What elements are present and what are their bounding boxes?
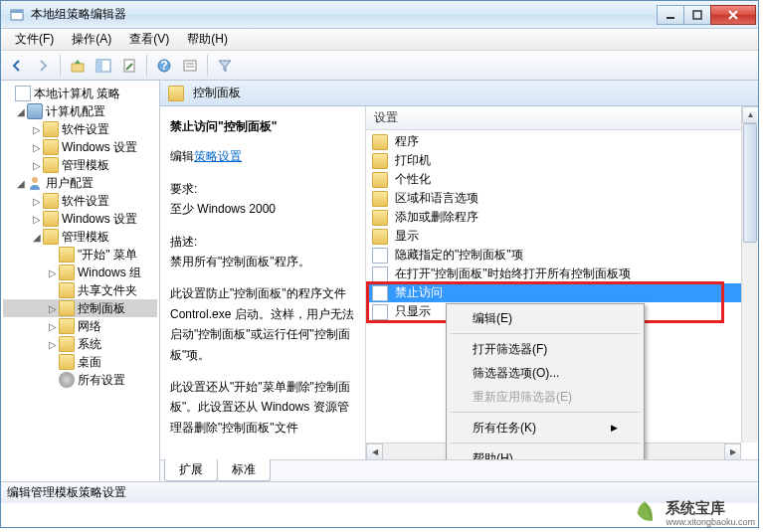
list-item-addremove[interactable]: 添加或删除程序 [366,208,758,227]
scroll-thumb[interactable] [743,123,757,243]
back-button[interactable] [5,54,29,78]
list-item-programs[interactable]: 程序 [366,132,758,151]
tree-comp-windows[interactable]: ▷Windows 设置 [3,138,157,156]
cm-filter-on[interactable]: 打开筛选器(F) [449,337,642,361]
toolbar-separator [146,55,147,77]
folder-icon [43,139,59,155]
folder-icon [59,318,75,334]
tree-user-windows[interactable]: ▷Windows 设置 [3,210,157,228]
desc-label: 描述: [170,235,197,249]
policy-item-icon [372,266,388,282]
list-item-display[interactable]: 显示 [366,227,758,246]
up-button[interactable] [66,54,90,78]
help-button[interactable]: ? [152,54,176,78]
policy-item-icon [372,248,388,264]
filter-button[interactable] [213,54,237,78]
export-button[interactable] [117,54,141,78]
folder-icon [372,134,388,150]
menu-file[interactable]: 文件(F) [7,29,62,50]
cm-help[interactable]: 帮助(H) [449,446,642,459]
computer-icon [27,103,43,119]
tree-pane[interactable]: 本地计算机 策略 ◢计算机配置 ▷软件设置 ▷Windows 设置 ▷管理模板 … [1,81,160,481]
tab-standard[interactable]: 标准 [217,459,271,481]
folder-icon [372,210,388,226]
folder-icon [372,191,388,207]
scroll-up-button[interactable]: ▲ [742,106,758,123]
folder-icon [59,336,75,352]
menu-view[interactable]: 查看(V) [121,29,177,50]
folder-icon [43,193,59,209]
cm-reapply: 重新应用筛选器(E) [449,385,642,409]
tree-network[interactable]: ▷网络 [3,317,157,335]
minimize-button[interactable] [657,5,684,25]
list-pane: 设置 程序 打印机 个性化 区域和语言选项 添加或删除程序 显示 隐藏指定的"控… [366,106,758,459]
policy-icon [15,86,31,101]
list-item-region[interactable]: 区域和语言选项 [366,189,758,208]
list-item-personalization[interactable]: 个性化 [366,170,758,189]
folder-icon [43,211,59,227]
leaf-icon [630,498,660,528]
tree-system[interactable]: ▷系统 [3,335,157,353]
svg-point-13 [32,177,38,183]
app-window: 本地组策略编辑器 文件(F) 操作(A) 查看(V) 帮助(H) ? 本地计算机… [0,0,759,528]
context-menu: 编辑(E) 打开筛选器(F) 筛选器选项(O)... 重新应用筛选器(E) 所有… [446,303,645,459]
svg-text:?: ? [160,59,167,73]
watermark-en: www.xitongbaoku.com [666,517,755,528]
folder-icon [372,153,388,169]
tree-comp-admin[interactable]: ▷管理模板 [3,156,157,174]
vertical-scrollbar[interactable]: ▲ [741,106,758,443]
cm-all-tasks[interactable]: 所有任务(K)▶ [449,416,642,440]
user-icon [27,175,43,191]
tree-root[interactable]: 本地计算机 策略 [3,85,157,102]
maximize-button[interactable] [683,5,711,25]
folder-icon [59,247,75,263]
tree-windows-comp[interactable]: ▷Windows 组 [3,264,157,281]
properties-button[interactable] [178,54,202,78]
cm-filter-opts[interactable]: 筛选器选项(O)... [449,361,642,385]
list-item-prohibit-access[interactable]: 禁止访问 [366,283,758,302]
folder-icon [43,157,59,173]
menu-action[interactable]: 操作(A) [64,29,119,50]
forward-button[interactable] [31,54,55,78]
folder-icon [372,172,388,188]
tree-user-software[interactable]: ▷软件设置 [3,192,157,210]
desc-p2: 此设置防止"控制面板"的程序文件 Control.exe 启动。这样，用户无法启… [170,283,355,365]
tree-all-settings[interactable]: 所有设置 [3,371,157,389]
list-header[interactable]: 设置 [366,106,758,130]
tree-comp-software[interactable]: ▷软件设置 [3,120,157,138]
tree-start-menu[interactable]: "开始" 菜单 [3,246,157,264]
close-button[interactable] [710,5,756,25]
toolbar-separator [207,55,208,77]
policy-item-icon [372,304,388,320]
breadcrumb-label: 控制面板 [193,85,241,101]
submenu-arrow-icon: ▶ [611,423,618,433]
scroll-right-button[interactable]: ▶ [724,443,741,459]
titlebar[interactable]: 本地组策略编辑器 [1,1,758,29]
list-item-open-all[interactable]: 在打开"控制面板"时始终打开所有控制面板项 [366,265,758,283]
folder-icon [43,229,59,245]
show-hide-tree-button[interactable] [92,54,115,78]
tree-shared[interactable]: 共享文件夹 [3,281,157,299]
watermark-cn: 系统宝库 [666,499,755,517]
menu-help[interactable]: 帮助(H) [179,29,236,50]
tree-computer-config[interactable]: ◢计算机配置 [3,102,157,120]
tree-desktop[interactable]: 桌面 [3,353,157,371]
edit-policy-link[interactable]: 策略设置 [194,149,242,163]
scroll-left-button[interactable]: ◀ [366,443,383,459]
tab-extended[interactable]: 扩展 [164,459,218,481]
window-title: 本地组策略编辑器 [31,6,658,23]
folder-icon [59,265,75,280]
tree-user-config[interactable]: ◢用户配置 [3,174,157,192]
cm-separator [451,333,640,334]
list-item-hide-cp[interactable]: 隐藏指定的"控制面板"项 [366,246,758,265]
list-item-printers[interactable]: 打印机 [366,151,758,170]
svg-rect-3 [693,11,701,19]
watermark: 系统宝库 www.xitongbaoku.com [630,498,755,528]
folder-icon [59,282,75,298]
view-tabs: 扩展 标准 [160,459,758,481]
tree-control-panel[interactable]: ▷控制面板 [3,299,157,317]
toolbar-separator [60,55,61,77]
policy-item-icon [372,285,388,301]
tree-user-admin[interactable]: ◢管理模板 [3,228,157,246]
cm-edit[interactable]: 编辑(E) [449,306,642,330]
